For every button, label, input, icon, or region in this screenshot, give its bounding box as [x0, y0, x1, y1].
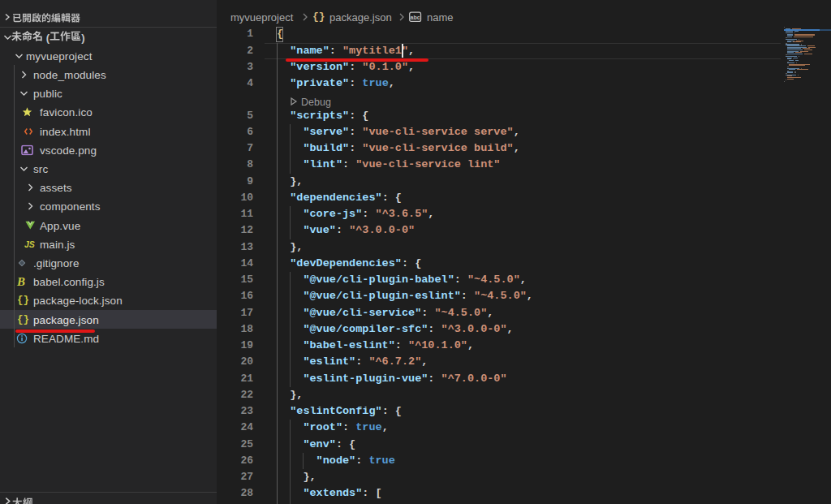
svg-text:abc: abc [411, 15, 420, 20]
